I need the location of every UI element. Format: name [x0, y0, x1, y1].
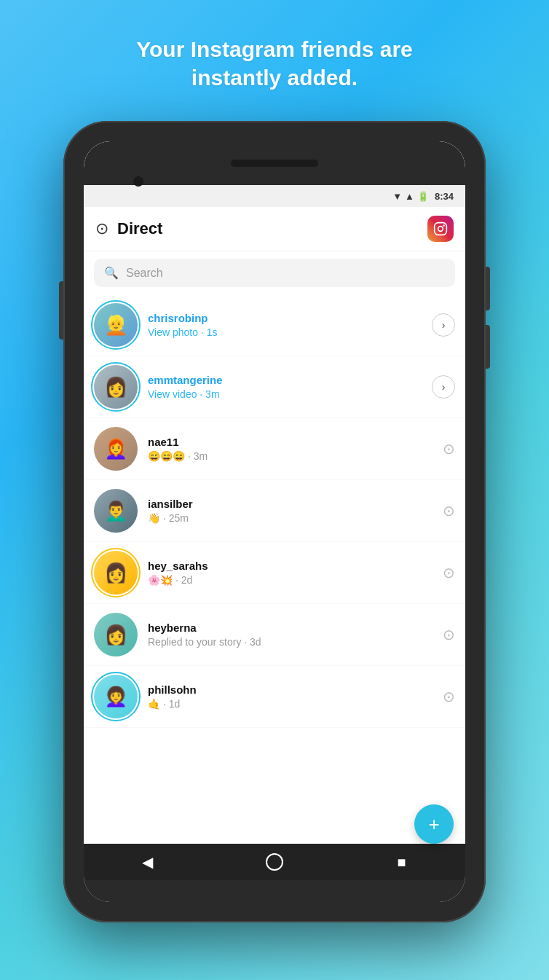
camera-action-icon[interactable]: ⊙ [443, 502, 455, 520]
status-bar: ▼ ▲ 🔋 8:34 [84, 185, 465, 207]
avatar-wrap: 👩‍🦰 [94, 427, 138, 471]
status-time: 8:34 [435, 191, 454, 202]
status-icons: ▼ ▲ 🔋 8:34 [392, 191, 454, 202]
avatar: 👱 [94, 303, 138, 347]
bottom-navigation: ◀ ■ [84, 844, 465, 880]
view-action-button[interactable]: › [432, 313, 455, 337]
camera-action-icon[interactable]: ⊙ [443, 688, 455, 705]
chevron-right-icon: › [442, 319, 446, 331]
message-preview: 🌸💥 · 2d [148, 574, 443, 586]
camera-action-icon[interactable]: ⊙ [443, 440, 455, 458]
camera-action-icon[interactable]: ⊙ [443, 564, 455, 581]
avatar-wrap: 👩 [94, 365, 138, 409]
camera-action-icon[interactable]: ⊙ [443, 626, 455, 643]
username: emmtangerine [148, 374, 432, 386]
search-placeholder: Search [126, 267, 163, 280]
speaker-bar [231, 160, 318, 167]
svg-point-2 [443, 224, 445, 227]
camera-button[interactable]: ⊙ [95, 219, 108, 238]
list-item[interactable]: 👩 heyberna Replied to your story · 3d ⊙ [84, 604, 465, 666]
message-info: hey_sarahs 🌸💥 · 2d [148, 560, 443, 586]
avatar-wrap: 👱 [94, 303, 138, 347]
message-info: nae11 😄😄😄 · 3m [148, 436, 443, 462]
phone-mockup: ▼ ▲ 🔋 8:34 ⊙ Direct [63, 121, 486, 922]
username: chrisrobinp [148, 312, 432, 324]
avatar-wrap: 👩‍🦱 [94, 675, 138, 718]
username: hey_sarahs [148, 560, 443, 572]
message-preview: Replied to your story · 3d [148, 636, 443, 648]
username: iansilber [148, 498, 443, 510]
search-icon: 🔍 [104, 266, 119, 280]
message-preview: 🤙 · 1d [148, 698, 443, 710]
recents-button[interactable]: ■ [384, 847, 420, 877]
list-item[interactable]: 👩 hey_sarahs 🌸💥 · 2d ⊙ [84, 542, 465, 604]
message-info: heyberna Replied to your story · 3d [148, 622, 443, 648]
avatar: 👩‍🦱 [94, 675, 138, 718]
message-preview: 👋 · 25m [148, 512, 443, 524]
plus-icon: + [428, 813, 439, 836]
top-bezel [84, 141, 465, 185]
avatar: 👩 [94, 613, 138, 656]
battery-icon: 🔋 [417, 191, 429, 202]
view-action-button[interactable]: › [432, 375, 455, 399]
list-item[interactable]: 👨‍🦱 iansilber 👋 · 25m ⊙ [84, 480, 465, 542]
message-info: phillsohn 🤙 · 1d [148, 683, 443, 710]
compose-fab-button[interactable]: + [414, 804, 454, 844]
message-info: chrisrobinp View photo · 1s [148, 312, 432, 338]
front-camera [133, 176, 143, 187]
bottom-bezel [84, 880, 465, 902]
message-preview: View photo · 1s [148, 326, 432, 338]
signal-icon: ▲ [405, 191, 414, 202]
avatar: 👩 [94, 365, 138, 409]
phone-screen: ▼ ▲ 🔋 8:34 ⊙ Direct [84, 141, 465, 902]
avatar: 👨‍🦱 [94, 489, 138, 533]
volume-button [486, 325, 490, 369]
avatar-wrap: 👩 [94, 613, 138, 656]
chevron-right-icon: › [442, 381, 446, 393]
headline: Your Instagram friends are instantly add… [92, 0, 457, 121]
wifi-icon: ▼ [392, 191, 402, 202]
message-preview: 😄😄😄 · 3m [148, 450, 443, 462]
list-item[interactable]: 👱 chrisrobinp View photo · 1s › [84, 294, 465, 356]
message-info: emmtangerine View video · 3m [148, 374, 432, 400]
list-item[interactable]: 👩‍🦱 phillsohn 🤙 · 1d ⊙ [84, 666, 465, 728]
home-button[interactable] [256, 847, 293, 877]
headline-line2: instantly added. [191, 66, 358, 90]
message-info: iansilber 👋 · 25m [148, 498, 443, 524]
avatar-wrap: 👩 [94, 551, 138, 595]
instagram-button[interactable] [427, 216, 454, 242]
recents-icon: ■ [398, 854, 406, 871]
list-item[interactable]: 👩 emmtangerine View video · 3m › [84, 356, 465, 418]
home-icon [266, 853, 283, 871]
app-header: ⊙ Direct [84, 207, 465, 251]
list-item[interactable]: 👩‍🦰 nae11 😄😄😄 · 3m ⊙ [84, 418, 465, 480]
username: phillsohn [148, 683, 443, 696]
headline-line1: Your Instagram friends are [136, 37, 413, 61]
app-title: Direct [117, 219, 427, 238]
app-content: ⊙ Direct 🔍 Search [84, 207, 465, 844]
volume-left-button [59, 281, 63, 340]
message-preview: View video · 3m [148, 388, 432, 400]
avatar: 👩 [94, 551, 138, 595]
search-bar[interactable]: 🔍 Search [94, 259, 455, 287]
back-button[interactable]: ◀ [129, 847, 165, 877]
back-icon: ◀ [142, 853, 153, 871]
avatar: 👩‍🦰 [94, 427, 138, 471]
message-list: 👱 chrisrobinp View photo · 1s › [84, 294, 465, 844]
avatar-wrap: 👨‍🦱 [94, 489, 138, 533]
svg-point-1 [438, 227, 443, 232]
power-button [486, 267, 490, 310]
username: heyberna [148, 622, 443, 634]
username: nae11 [148, 436, 443, 448]
svg-rect-0 [435, 223, 447, 235]
